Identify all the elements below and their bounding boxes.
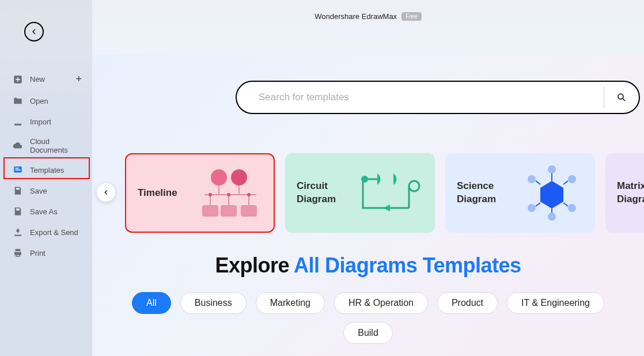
- back-button[interactable]: [24, 22, 44, 41]
- header: Wondershare EdrawMax Free: [92, 0, 644, 32]
- sidebar-item-label: Templates: [30, 166, 64, 175]
- svg-point-26: [528, 175, 536, 183]
- svg-line-28: [563, 181, 568, 184]
- card-matrix-diagram[interactable]: Matrix Diagram: [605, 153, 644, 233]
- pill-all[interactable]: All: [132, 292, 171, 314]
- svg-rect-17: [221, 205, 237, 217]
- card-label: Timeline: [138, 187, 177, 200]
- svg-point-22: [568, 175, 576, 183]
- search-bar: [236, 81, 640, 114]
- card-science-diagram[interactable]: Science Diagram: [445, 153, 595, 233]
- print-icon: [13, 248, 23, 258]
- sidebar-item-open[interactable]: Open: [0, 90, 92, 111]
- cloud-icon: [13, 141, 23, 151]
- pill-it-engineering[interactable]: IT & Engineering: [507, 292, 604, 314]
- sidebar-item-cloud-documents[interactable]: Cloud Documents: [0, 132, 92, 160]
- svg-point-6: [231, 169, 247, 185]
- pill-hr-operation[interactable]: HR & Operation: [334, 292, 428, 314]
- card-circuit-diagram[interactable]: Circuit Diagram: [285, 153, 435, 233]
- sidebar-item-label: Cloud Documents: [30, 137, 82, 154]
- sidebar-item-import[interactable]: Import: [0, 111, 92, 132]
- pill-marketing[interactable]: Marketing: [256, 292, 325, 314]
- sidebar-menu: New + Open Import Cloud Documents: [0, 68, 92, 263]
- pill-business[interactable]: Business: [180, 292, 247, 314]
- svg-point-20: [361, 176, 368, 183]
- headline-suffix: All Diagrams Templates: [294, 253, 521, 277]
- arrow-left-icon: [29, 27, 39, 36]
- svg-line-31: [536, 203, 540, 206]
- folder-icon: [13, 96, 23, 106]
- save-as-icon: [13, 206, 23, 217]
- sidebar-item-label: Save: [30, 187, 47, 195]
- search-input[interactable]: [237, 92, 604, 103]
- sidebar-item-templates[interactable]: Templates: [0, 160, 92, 180]
- headline: Explore All Diagrams Templates: [92, 253, 644, 278]
- headline-prefix: Explore: [215, 253, 294, 277]
- sidebar-item-export-send[interactable]: Export & Send: [0, 222, 92, 243]
- sidebar-item-label: Save As: [30, 207, 58, 216]
- app-title: Wondershare EdrawMax: [315, 12, 397, 21]
- new-icon: [13, 74, 23, 85]
- export-icon: [13, 227, 23, 237]
- card-timeline[interactable]: Timeline: [125, 153, 275, 233]
- svg-point-24: [548, 213, 556, 221]
- svg-line-32: [536, 181, 540, 184]
- sidebar-item-label: Open: [30, 97, 48, 105]
- search-icon: [616, 92, 627, 103]
- category-pills: All Business Marketing HR & Operation Pr…: [92, 292, 644, 356]
- templates-icon: [13, 165, 23, 175]
- circuit-art-icon: [354, 159, 429, 227]
- timeline-art-icon: [193, 160, 268, 228]
- svg-point-23: [568, 204, 576, 212]
- sidebar: New + Open Import Cloud Documents: [0, 0, 92, 356]
- pill-product[interactable]: Product: [437, 292, 498, 314]
- scroll-left-button[interactable]: [97, 183, 115, 202]
- save-icon: [13, 185, 23, 196]
- sidebar-item-label: Export & Send: [30, 228, 78, 237]
- svg-rect-3: [16, 169, 21, 171]
- svg-point-11: [227, 193, 230, 196]
- pill-build[interactable]: Build: [343, 322, 393, 344]
- svg-rect-16: [202, 205, 218, 217]
- svg-line-29: [563, 203, 568, 206]
- template-cards: Timeline Circuit Diagram: [125, 153, 644, 233]
- svg-point-5: [211, 169, 227, 185]
- sidebar-item-print[interactable]: Print: [0, 243, 92, 263]
- svg-point-10: [209, 193, 212, 196]
- chevron-left-icon: [102, 188, 110, 196]
- free-badge: Free: [401, 12, 422, 21]
- svg-rect-2: [16, 168, 19, 169]
- svg-rect-18: [241, 205, 257, 217]
- svg-point-4: [618, 94, 623, 99]
- card-label: Science Diagram: [457, 180, 496, 206]
- sidebar-item-new[interactable]: New +: [0, 68, 92, 90]
- search-button[interactable]: [604, 82, 639, 113]
- svg-point-12: [247, 193, 251, 196]
- sidebar-item-label: Import: [30, 118, 51, 126]
- svg-point-21: [548, 165, 556, 173]
- sidebar-item-save[interactable]: Save: [0, 180, 92, 201]
- card-label: Circuit Diagram: [297, 180, 336, 206]
- science-art-icon: [514, 159, 589, 227]
- svg-point-25: [528, 204, 536, 212]
- sidebar-item-save-as[interactable]: Save As: [0, 201, 92, 222]
- svg-rect-19: [409, 181, 419, 191]
- sidebar-item-label: Print: [30, 249, 46, 257]
- card-label: Matrix Diagram: [617, 180, 644, 206]
- import-icon: [13, 116, 23, 127]
- plus-icon[interactable]: +: [75, 73, 82, 85]
- sidebar-item-label: New: [30, 75, 45, 84]
- content-area: Timeline Circuit Diagram: [92, 55, 644, 356]
